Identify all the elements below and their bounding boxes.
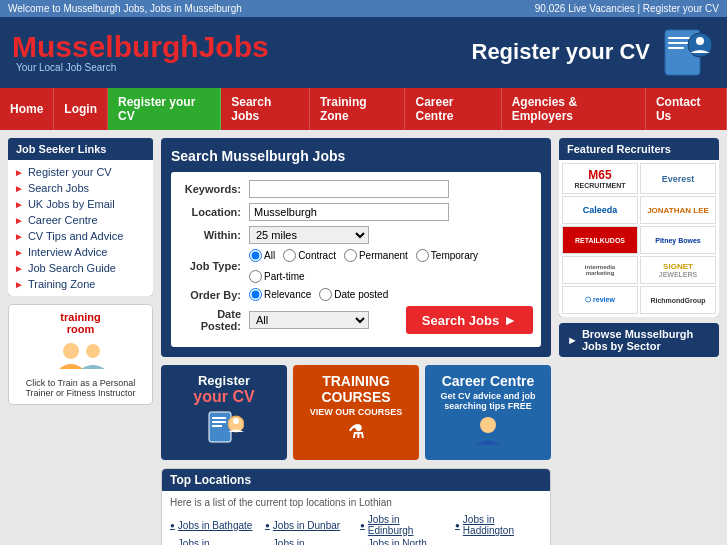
- dot-icon: ●: [360, 521, 365, 530]
- locations-title: Top Locations: [162, 469, 550, 491]
- dateposted-label: Date Posted:: [179, 308, 249, 332]
- recruiter-signet[interactable]: SIGNET JEWELERS: [640, 256, 716, 284]
- orderby-row: Order By: Relevance Date posted: [179, 288, 533, 301]
- dot-icon: ●: [170, 521, 175, 530]
- svg-point-13: [233, 418, 239, 424]
- promo-training[interactable]: TRAININGCOURSES VIEW OUR COURSES ⚗: [293, 365, 419, 460]
- nav-login[interactable]: Login: [54, 88, 108, 130]
- location-north-berwick[interactable]: ●Jobs in North Berwick: [360, 538, 447, 545]
- register-cv-header-button[interactable]: Register your CV: [472, 25, 716, 80]
- arrow-icon: ►: [14, 231, 24, 242]
- orderby-label: Order By:: [179, 289, 249, 301]
- left-sidebar: Job Seeker Links ►Register your CV ►Sear…: [8, 138, 153, 545]
- within-label: Within:: [179, 229, 249, 241]
- recruiter-intermedia[interactable]: intermedia marketing: [562, 256, 638, 284]
- location-dunbar[interactable]: ●Jobs in Dunbar: [265, 514, 352, 536]
- sidebar-item-job-guide[interactable]: ►Job Search Guide: [8, 260, 153, 276]
- dateposted-row: Date Posted: All Today Last 3 days Last …: [179, 306, 533, 334]
- recruiter-richmond[interactable]: RichmondGroup: [640, 286, 716, 314]
- jobtype-all[interactable]: All: [249, 249, 275, 262]
- sidebar-item-uk-jobs[interactable]: ►UK Jobs by Email: [8, 196, 153, 212]
- training-promo-box[interactable]: trainingroom Click to Train as a Persona…: [8, 304, 153, 405]
- location-penicuik[interactable]: ●Jobs in Penicuik: [455, 538, 542, 545]
- promo-register[interactable]: Register your CV: [161, 365, 287, 460]
- logo-prefix: Musselburgh: [12, 30, 199, 63]
- arrow-icon: ►: [14, 263, 24, 274]
- recruiter-m65[interactable]: M65 RECRUITMENT: [562, 163, 638, 194]
- jobtype-label: Job Type:: [179, 260, 249, 272]
- jobtype-permanent[interactable]: Permanent: [344, 249, 408, 262]
- header: MusselburghJobs Your Local Job Search Re…: [0, 17, 727, 88]
- arrow-icon: ►: [14, 199, 24, 210]
- recruiters-title: Featured Recruiters: [559, 138, 719, 160]
- promo-career-title: Career Centre: [433, 373, 543, 389]
- within-row: Within: 1 mile 5 miles 10 miles 15 miles…: [179, 226, 533, 244]
- nav-training-zone[interactable]: Training Zone: [310, 88, 406, 130]
- nav-search-jobs[interactable]: Search Jobs: [221, 88, 310, 130]
- promo-career[interactable]: Career Centre Get CV advice and job sear…: [425, 365, 551, 460]
- orderby-relevance[interactable]: Relevance: [249, 288, 311, 301]
- svg-point-7: [86, 344, 100, 358]
- search-box: Search Musselburgh Jobs Keywords: Locati…: [161, 138, 551, 357]
- search-button[interactable]: Search Jobs ►: [406, 306, 533, 334]
- promo-register-title: Register: [169, 373, 279, 388]
- promo-career-sub: Get CV advice and job searching tips FRE…: [433, 391, 543, 411]
- top-bar: Welcome to Musselburgh Jobs, Jobs in Mus…: [0, 0, 727, 17]
- svg-point-5: [696, 37, 704, 45]
- search-title: Search Musselburgh Jobs: [171, 148, 541, 164]
- recruiter-review[interactable]: ⬡ review: [562, 286, 638, 314]
- nav-contact[interactable]: Contact Us: [646, 88, 727, 130]
- sector-arrow-icon: ►: [567, 334, 578, 346]
- top-bar-left: Welcome to Musselburgh Jobs, Jobs in Mus…: [8, 3, 242, 14]
- location-bathgate[interactable]: ●Jobs in Bathgate: [170, 514, 257, 536]
- recruiter-everest[interactable]: Everest: [640, 163, 716, 194]
- recruiters-grid: M65 RECRUITMENT Everest Caleeda JONATHAN…: [559, 160, 719, 317]
- location-musselburgh[interactable]: ●Jobs in Musselburgh: [265, 538, 352, 545]
- sidebar-item-cv-tips[interactable]: ►CV Tips and Advice: [8, 228, 153, 244]
- recruiters-box: Featured Recruiters M65 RECRUITMENT Ever…: [559, 138, 719, 317]
- keywords-row: Keywords:: [179, 180, 533, 198]
- right-sidebar: Featured Recruiters M65 RECRUITMENT Ever…: [559, 138, 719, 545]
- within-select[interactable]: 1 mile 5 miles 10 miles 15 miles 25 mile…: [249, 226, 369, 244]
- sidebar-title: Job Seeker Links: [8, 138, 153, 160]
- jobtype-temporary[interactable]: Temporary: [416, 249, 478, 262]
- training-brand: trainingroom: [15, 311, 146, 335]
- sidebar-item-register-cv[interactable]: ►Register your CV: [8, 164, 153, 180]
- top-bar-right: 90,026 Live Vacancies | Register your CV: [535, 3, 719, 14]
- sidebar-item-career[interactable]: ►Career Centre: [8, 212, 153, 228]
- dot-icon: ●: [265, 521, 270, 530]
- recruiter-pitney[interactable]: Pitney Bowes: [640, 226, 716, 254]
- recruiter-jl[interactable]: JONATHAN LEE: [640, 196, 716, 224]
- jobtype-parttime[interactable]: Part-time: [249, 270, 305, 283]
- svg-rect-2: [668, 42, 690, 44]
- nav-home[interactable]: Home: [0, 88, 54, 130]
- nav-agencies[interactable]: Agencies & Employers: [502, 88, 646, 130]
- arrow-icon: ►: [14, 167, 24, 178]
- search-arrow-icon: ►: [503, 312, 517, 328]
- svg-rect-10: [212, 421, 226, 423]
- location-livingston[interactable]: ●Jobs in Livingston: [170, 538, 257, 545]
- orderby-date[interactable]: Date posted: [319, 288, 388, 301]
- logo-text: MusselburghJobs: [12, 32, 269, 62]
- arrow-icon: ►: [14, 247, 24, 258]
- training-text: Click to Train as a Personal Trainer or …: [15, 378, 146, 398]
- location-haddington[interactable]: ●Jobs in Haddington: [455, 514, 542, 536]
- nav-career-centre[interactable]: Career Centre: [405, 88, 501, 130]
- location-row: Location:: [179, 203, 533, 221]
- arrow-icon: ►: [14, 215, 24, 226]
- sector-browse-box[interactable]: ► Browse Musselburgh Jobs by Sector: [559, 323, 719, 357]
- sidebar-item-interview[interactable]: ►Interview Advice: [8, 244, 153, 260]
- recruiter-caleeda[interactable]: Caleeda: [562, 196, 638, 224]
- sidebar-links: ►Register your CV ►Search Jobs ►UK Jobs …: [8, 160, 153, 296]
- location-edinburgh[interactable]: ●Jobs in Edinburgh: [360, 514, 447, 536]
- jobtype-contract[interactable]: Contract: [283, 249, 336, 262]
- recruiter-retail[interactable]: RETAILKUDOS: [562, 226, 638, 254]
- dateposted-select[interactable]: All Today Last 3 days Last week Last 2 w…: [249, 311, 369, 329]
- keywords-input[interactable]: [249, 180, 449, 198]
- location-input[interactable]: [249, 203, 449, 221]
- nav-register-cv[interactable]: Register your CV: [108, 88, 221, 130]
- sidebar-item-training[interactable]: ►Training Zone: [8, 276, 153, 292]
- sidebar-box: Job Seeker Links ►Register your CV ►Sear…: [8, 138, 153, 296]
- sidebar-item-search-jobs[interactable]: ►Search Jobs: [8, 180, 153, 196]
- arrow-icon: ►: [14, 183, 24, 194]
